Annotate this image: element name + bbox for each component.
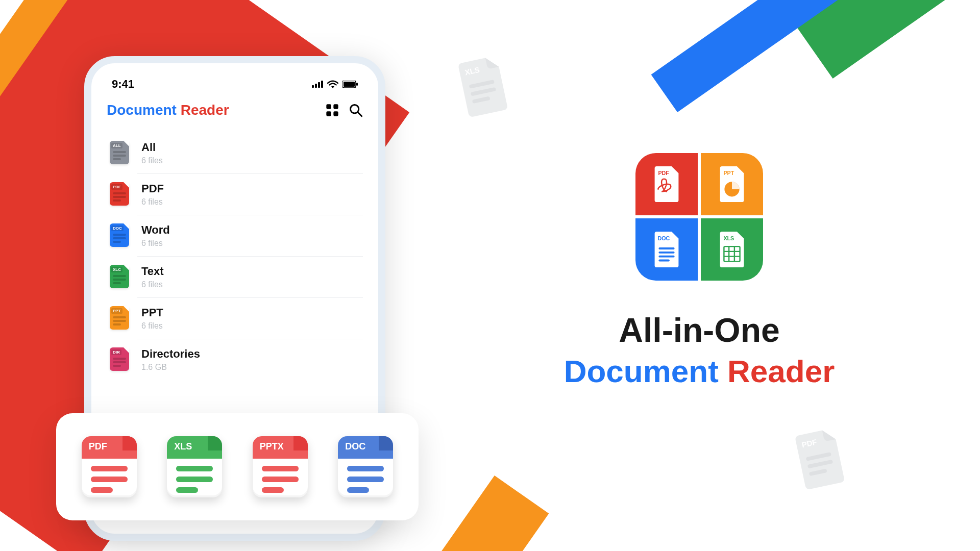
hero-line2: Document Reader: [495, 353, 903, 389]
xlc-file-icon: XLC: [110, 265, 130, 289]
svg-rect-13: [344, 82, 355, 87]
doc-file-icon: DOC: [110, 223, 130, 248]
hero: PDFPPTDOCXLS All-in-One Document Reader: [495, 153, 903, 389]
file-type-card: PDF XLS PPTX DOC: [56, 413, 419, 520]
svg-rect-10: [318, 82, 320, 88]
pdf-file-icon: PDF: [110, 182, 130, 207]
svg-text:XLS: XLS: [723, 235, 734, 241]
svg-rect-28: [658, 260, 669, 262]
logo-quadrant-ppt: PPT: [701, 153, 763, 215]
logo-quadrant-doc: DOC: [635, 218, 698, 281]
svg-rect-16: [333, 104, 338, 109]
app-title: Document Reader: [107, 102, 229, 118]
file-chip-doc: DOC: [338, 436, 393, 497]
wifi-icon: [327, 80, 338, 88]
svg-rect-8: [312, 85, 314, 88]
app-logo: PDFPPTDOCXLS: [635, 153, 763, 281]
status-bar: 9:41: [107, 78, 363, 102]
svg-line-20: [358, 112, 362, 116]
svg-rect-25: [658, 247, 674, 249]
svg-rect-11: [321, 81, 323, 88]
battery-icon: [342, 81, 358, 88]
file-chip-pdf: PDF: [82, 436, 137, 497]
svg-text:PPT: PPT: [723, 170, 734, 176]
row-subtitle: 6 files: [141, 280, 164, 289]
row-title: Text: [141, 265, 164, 278]
svg-rect-9: [315, 84, 317, 88]
row-title: Directories: [141, 347, 200, 361]
dir-file-icon: DIR: [110, 347, 130, 372]
file-chip-xls: XLS: [167, 436, 222, 497]
svg-rect-15: [326, 104, 331, 109]
svg-text:DOC: DOC: [657, 235, 670, 241]
row-subtitle: 6 files: [141, 197, 164, 207]
logo-quadrant-xls: XLS: [701, 218, 763, 281]
row-title: Word: [141, 223, 170, 237]
grid-view-icon[interactable]: [325, 103, 339, 117]
app-title-2: Reader: [181, 102, 229, 118]
decorative-file-xls-icon: XLS: [454, 52, 517, 122]
app-header: Document Reader: [107, 102, 363, 128]
svg-rect-17: [326, 111, 331, 116]
row-title: All: [141, 141, 163, 154]
logo-quadrant-pdf: PDF: [635, 153, 698, 215]
all-file-icon: ALL: [110, 141, 130, 165]
category-row-pdf[interactable]: PDF PDF 6 files: [107, 174, 363, 215]
svg-rect-26: [658, 252, 674, 254]
hero-line2a: Document: [564, 354, 719, 389]
row-subtitle: 6 files: [141, 321, 163, 331]
category-row-ppt[interactable]: PPT PPT 6 files: [107, 298, 363, 339]
category-row-all[interactable]: ALL All 6 files: [107, 133, 363, 173]
row-title: PPT: [141, 306, 163, 319]
hero-line1: All-in-One: [495, 311, 903, 350]
cellular-icon: [312, 81, 323, 88]
row-subtitle: 1.6 GB: [141, 363, 200, 372]
row-subtitle: 6 files: [141, 156, 163, 165]
app-title-1: Document: [107, 102, 177, 118]
category-row-doc[interactable]: DOC Word 6 files: [107, 215, 363, 256]
decorative-file-pdf-icon: PDF: [791, 424, 853, 494]
category-list: ALL All 6 files PDF PDF 6 files DOC: [107, 133, 363, 380]
hero-line2b: Reader: [727, 354, 835, 389]
svg-rect-27: [658, 256, 674, 258]
row-subtitle: 6 files: [141, 239, 170, 248]
svg-text:PDF: PDF: [658, 170, 669, 176]
file-chip-pptx: PPTX: [253, 436, 308, 497]
svg-rect-18: [333, 111, 338, 116]
ppt-file-icon: PPT: [110, 306, 130, 331]
status-icons: [312, 80, 358, 88]
row-title: PDF: [141, 182, 164, 195]
svg-rect-14: [356, 83, 358, 86]
status-time: 9:41: [112, 78, 134, 91]
category-row-xlc[interactable]: XLC Text 6 files: [107, 257, 363, 297]
category-row-dir[interactable]: DIR Directories 1.6 GB: [107, 339, 363, 380]
search-icon[interactable]: [349, 103, 363, 117]
